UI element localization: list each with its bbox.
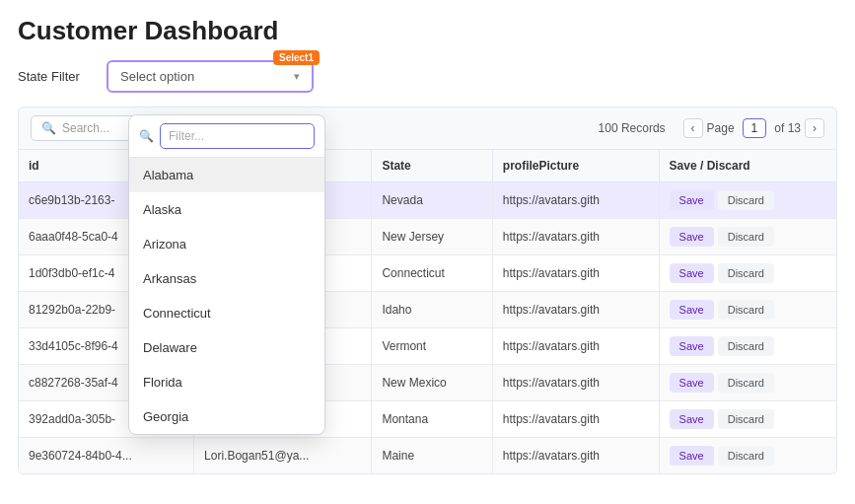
save-button[interactable]: Save	[670, 409, 714, 429]
save-button[interactable]: Save	[670, 190, 714, 210]
pagination: ‹ Page 1 of 13 ›	[683, 118, 824, 138]
page-of: of 13	[774, 121, 801, 135]
save-button[interactable]: Save	[670, 227, 714, 247]
discard-button[interactable]: Discard	[718, 336, 774, 356]
page-title: Customer Dashboard	[18, 16, 837, 46]
column-header: profilePicture	[492, 150, 659, 182]
cell-actions: SaveDiscard	[659, 182, 836, 219]
dropdown-item[interactable]: Florida	[129, 365, 324, 399]
dropdown-item[interactable]: Alabama	[129, 158, 324, 192]
cell-actions: SaveDiscard	[659, 219, 836, 255]
save-button[interactable]: Save	[670, 446, 714, 466]
cell-state: Montana	[372, 401, 492, 438]
select-badge: Select1	[273, 50, 320, 65]
discard-button[interactable]: Discard	[718, 409, 774, 429]
filter-search-icon: 🔍	[139, 129, 154, 143]
cell-email: Lori.Bogan51@ya...	[194, 438, 372, 474]
dropdown-item[interactable]: Arkansas	[129, 261, 324, 296]
cell-picture: https://avatars.gith	[492, 219, 659, 255]
dropdown-item[interactable]: Delaware	[129, 330, 324, 365]
cell-picture: https://avatars.gith	[492, 328, 659, 365]
column-header: State	[372, 150, 492, 182]
filter-row: State Filter Select option ▾ Select1	[18, 60, 837, 93]
cell-actions: SaveDiscard	[659, 438, 836, 474]
cell-actions: SaveDiscard	[659, 401, 836, 438]
state-dropdown: 🔍 AlabamaAlaskaArizonaArkansasConnecticu…	[128, 114, 325, 435]
search-icon: 🔍	[41, 121, 56, 135]
filter-label: State Filter	[18, 69, 97, 84]
cell-picture: https://avatars.gith	[492, 401, 659, 438]
filter-input-wrap: 🔍	[129, 115, 324, 158]
discard-button[interactable]: Discard	[718, 190, 774, 210]
chevron-down-icon: ▾	[294, 70, 300, 83]
cell-actions: SaveDiscard	[659, 328, 836, 365]
dropdown-list: AlabamaAlaskaArizonaArkansasConnecticutD…	[129, 158, 324, 434]
cell-state: Maine	[372, 438, 492, 474]
records-info: 100 Records	[599, 121, 666, 135]
filter-input[interactable]	[160, 123, 315, 149]
cell-id: 9e360724-84b0-4...	[19, 438, 194, 474]
cell-picture: https://avatars.gith	[492, 255, 659, 292]
cell-state: New Jersey	[372, 219, 492, 255]
prev-page-button[interactable]: ‹	[683, 118, 703, 138]
dropdown-item[interactable]: Connecticut	[129, 296, 324, 330]
search-placeholder: Search...	[62, 121, 109, 135]
dropdown-item[interactable]: Georgia	[129, 399, 324, 434]
save-button[interactable]: Save	[670, 263, 714, 283]
state-filter-wrapper: Select option ▾ Select1	[107, 60, 314, 93]
save-button[interactable]: Save	[670, 300, 714, 320]
discard-button[interactable]: Discard	[718, 227, 774, 247]
discard-button[interactable]: Discard	[718, 373, 774, 393]
cell-state: Idaho	[372, 292, 492, 328]
cell-actions: SaveDiscard	[659, 255, 836, 292]
cell-actions: SaveDiscard	[659, 292, 836, 328]
cell-state: New Mexico	[372, 365, 492, 401]
page-number[interactable]: 1	[743, 118, 767, 138]
discard-button[interactable]: Discard	[718, 446, 774, 466]
cell-state: Connecticut	[372, 255, 492, 292]
dropdown-item[interactable]: Arizona	[129, 227, 324, 261]
cell-picture: https://avatars.gith	[492, 365, 659, 401]
select-placeholder: Select option	[120, 69, 194, 84]
cell-picture: https://avatars.gith	[492, 182, 659, 219]
cell-picture: https://avatars.gith	[492, 292, 659, 328]
next-page-button[interactable]: ›	[805, 118, 824, 138]
dropdown-item[interactable]: Alaska	[129, 192, 324, 227]
cell-picture: https://avatars.gith	[492, 438, 659, 474]
discard-button[interactable]: Discard	[718, 300, 774, 320]
column-header: Save / Discard	[659, 150, 836, 182]
save-button[interactable]: Save	[670, 336, 714, 356]
discard-button[interactable]: Discard	[718, 263, 774, 283]
cell-state: Nevada	[372, 182, 492, 219]
cell-actions: SaveDiscard	[659, 365, 836, 401]
page-label: Page	[707, 121, 735, 135]
cell-state: Vermont	[372, 328, 492, 365]
table-row: 9e360724-84b0-4...Lori.Bogan51@ya...Main…	[19, 438, 836, 474]
save-button[interactable]: Save	[670, 373, 714, 393]
